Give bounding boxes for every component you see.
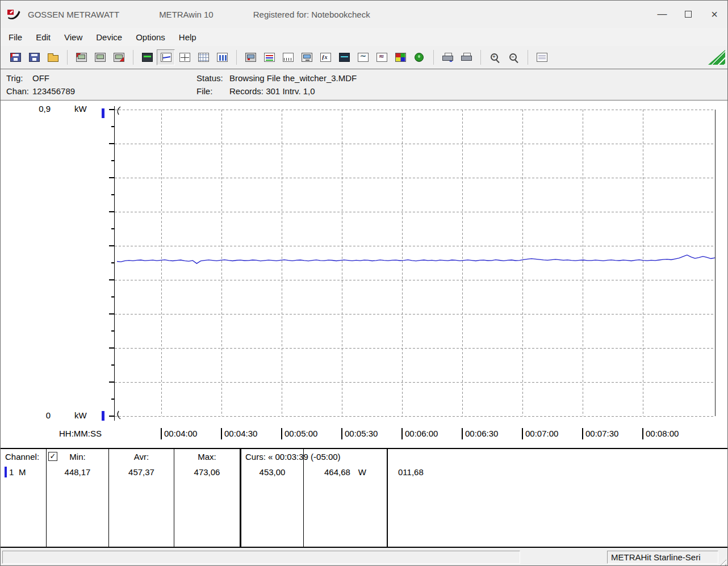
x-tick-label: 00:05:00 [281, 428, 317, 439]
zoom-in-icon [489, 53, 500, 62]
menu-file[interactable]: File [2, 30, 29, 44]
monitor-settings-button[interactable] [298, 49, 316, 65]
menu-edit[interactable]: Edit [29, 30, 57, 44]
view-data-table-button[interactable] [194, 49, 212, 65]
curve-low-settings-button[interactable] [354, 49, 372, 65]
titlebar[interactable]: GOSSEN METRAWATT METRAwin 10 Registered … [1, 1, 727, 28]
column-divider [240, 449, 241, 547]
display-settings-button[interactable] [335, 49, 353, 65]
toolbar-buttons [6, 49, 551, 65]
plot-svg[interactable] [114, 110, 717, 416]
x-tick-label: 00:04:00 [161, 428, 197, 439]
menu-device[interactable]: Device [89, 30, 129, 44]
resize-grip[interactable] [717, 556, 726, 565]
max-header: Max: [174, 451, 240, 463]
info-left: Trig:OFF Chan:123456789 [6, 72, 75, 98]
view-yt-chart-button[interactable] [157, 49, 175, 65]
y-axis-bottom-unit: kW [74, 410, 87, 420]
info-panel: Trig:OFF Chan:123456789 Status:Browsing … [1, 69, 727, 100]
menu-view[interactable]: View [57, 30, 89, 44]
x-tick-label: 00:07:00 [522, 428, 558, 439]
toolbar-separator [236, 50, 237, 65]
open-file-icon [48, 55, 58, 62]
y-axis-bottom-marker [102, 411, 104, 421]
toolbar-separator [433, 50, 434, 65]
channel-color-marker [5, 467, 7, 477]
avr-header: Avr: [109, 451, 174, 463]
titlebar-brand: GOSSEN METRAWATT [28, 10, 119, 19]
file-label: File: [196, 85, 229, 98]
menu-help[interactable]: Help [172, 30, 203, 44]
device-name: METRAHit Starline-Seri [611, 552, 701, 562]
channel-settings-button[interactable] [260, 49, 278, 65]
column-divider [46, 449, 47, 547]
titlebar-app-name: METRAwin 10 [159, 10, 214, 19]
curve-high-settings-icon [376, 53, 387, 62]
print-preview-button[interactable] [438, 49, 457, 65]
view-yt-chart-icon [161, 53, 171, 62]
statusbar-device-panel: METRAHit Starline-Seri [607, 551, 718, 564]
close-button[interactable]: × [701, 1, 727, 28]
view-xy-chart-button[interactable] [175, 49, 194, 65]
channel-mode: M [19, 466, 26, 479]
status-label: Status: [196, 72, 229, 85]
info-mid: Status:Browsing File the_witcher_3.MDF F… [196, 72, 357, 98]
x-tick-label: 00:06:00 [401, 428, 438, 439]
save-file-button[interactable] [25, 49, 43, 65]
column-divider [108, 449, 109, 547]
curve-high-settings-button[interactable] [373, 49, 391, 65]
stats-table: Channel: ✓ Min: Avr: Max: Curs: « 00:03:… [1, 448, 727, 548]
column-divider [387, 449, 388, 547]
device-memory-icon [95, 53, 106, 62]
device-memory-button[interactable] [91, 49, 109, 65]
status-value: Browsing File the_witcher_3.MDF [229, 73, 357, 83]
app-icon[interactable] [6, 7, 21, 21]
x-axis-title: HH:MM:SS [59, 428, 102, 439]
view-numeric-display-button[interactable] [138, 49, 156, 65]
scale-settings-button[interactable] [279, 49, 297, 65]
x-tick-label: 00:08:00 [642, 428, 679, 439]
read-device-memory-icon [76, 53, 87, 62]
export-device-data-button[interactable] [110, 49, 128, 65]
titlebar-registered: Registered for: Notebookcheck [253, 10, 370, 19]
y-axis-top-unit: kW [74, 104, 87, 114]
minimize-button[interactable]: — [649, 1, 675, 28]
live-mode-button[interactable] [410, 49, 428, 65]
y-axis-bottom-value: 0 [23, 410, 51, 420]
metrawin-window: GOSSEN METRAWATT METRAwin 10 Registered … [0, 0, 728, 566]
color-settings-button[interactable] [391, 49, 409, 65]
y-axis-top-value: 0,9 [23, 104, 51, 114]
maximize-button[interactable] [675, 1, 701, 28]
cursor-delta-value: 011,68 [398, 466, 424, 479]
function-settings-button[interactable] [316, 49, 334, 65]
device-settings-button[interactable] [241, 49, 260, 65]
zoom-in-button[interactable] [486, 49, 504, 65]
x-tick-label: 00:07:30 [582, 428, 618, 439]
print-button[interactable] [457, 49, 475, 65]
x-tick-label: 00:05:30 [341, 428, 378, 439]
cursor-header: Curs: « 00:03:39 (-05:00) [245, 451, 341, 463]
save-file-icon [29, 53, 40, 62]
min-header: Min: [47, 451, 108, 463]
print-icon [461, 53, 472, 62]
trig-label: Trig: [6, 72, 32, 85]
menubar: FileEditViewDeviceOptionsHelp [1, 28, 727, 46]
y-axis-top-marker [102, 108, 104, 118]
print-preview-icon [442, 53, 453, 62]
view-bar-graph-button[interactable] [213, 49, 231, 65]
maximize-icon [685, 11, 692, 18]
zoom-out-button[interactable] [504, 49, 522, 65]
menu-options[interactable]: Options [129, 30, 172, 44]
annotation-button[interactable] [533, 49, 551, 65]
channel-number: 1 [9, 466, 14, 479]
import-file-button[interactable] [6, 49, 24, 65]
max-value: 473,06 [174, 466, 240, 479]
min-value: 448,17 [47, 466, 108, 479]
function-settings-icon [320, 53, 331, 62]
minimize-icon: — [658, 9, 667, 20]
open-file-button[interactable] [44, 49, 62, 65]
toolbar-separator [133, 50, 133, 65]
view-xy-chart-icon [179, 53, 190, 62]
device-settings-icon [245, 53, 256, 62]
read-device-memory-button[interactable] [72, 49, 90, 65]
